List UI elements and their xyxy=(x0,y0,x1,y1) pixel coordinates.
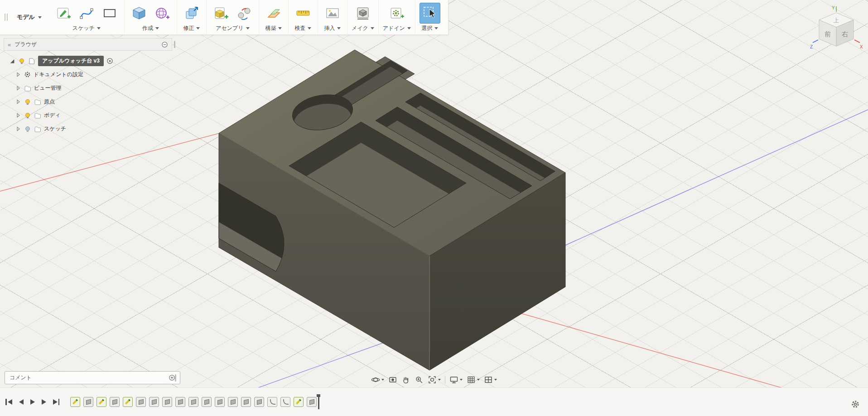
visibility-bulb-off-icon[interactable] xyxy=(24,126,31,133)
construct-menu[interactable]: 構築 xyxy=(265,24,282,33)
browser-title: ブラウザ xyxy=(14,41,158,48)
toolbar-group-inspect: 検査 xyxy=(289,0,318,34)
add-comment-icon[interactable] xyxy=(169,374,175,381)
timeline-feature-fillet[interactable] xyxy=(280,397,290,407)
expander-chevron-icon[interactable] xyxy=(15,72,21,77)
timeline-feature-extrude[interactable] xyxy=(228,397,238,407)
visibility-bulb-on-icon[interactable] xyxy=(24,98,31,106)
folder-icon xyxy=(34,126,41,133)
viewcube[interactable]: 上 前 右 Y X Z xyxy=(809,4,864,65)
browser-row-root[interactable]: アップルウォッチ台 v3 xyxy=(4,55,172,67)
browser-item-label: スケッチ xyxy=(44,125,66,133)
timeline-feature-sketch[interactable] xyxy=(123,397,133,407)
construction-plane-button[interactable] xyxy=(263,3,284,24)
go-to-end-button[interactable] xyxy=(53,399,60,405)
visibility-bulb-on-icon[interactable] xyxy=(18,58,25,65)
orbit-button[interactable] xyxy=(371,375,384,384)
timeline-feature-extrude[interactable] xyxy=(175,397,185,407)
zoom-button[interactable] xyxy=(415,375,424,384)
viewports-button[interactable] xyxy=(484,375,497,384)
make-button[interactable] xyxy=(352,3,373,24)
panel-resize-handle[interactable] xyxy=(174,41,175,48)
timeline-feature-sketch[interactable] xyxy=(96,397,106,407)
workspace-selector[interactable]: モデル xyxy=(10,0,49,34)
assembly-menu[interactable]: アセンブリ xyxy=(216,24,249,33)
rectangle-button[interactable] xyxy=(99,3,120,24)
comment-resize-handle[interactable] xyxy=(175,374,176,382)
form-button[interactable] xyxy=(152,3,173,24)
addins-button[interactable] xyxy=(386,3,407,24)
toolbar-group-sketch: スケッチ xyxy=(49,0,125,34)
expander-chevron-icon[interactable] xyxy=(15,126,21,132)
browser-row-sketches[interactable]: スケッチ xyxy=(4,123,172,135)
go-to-start-button[interactable] xyxy=(5,399,12,405)
viewcube-cube[interactable]: 上 前 右 xyxy=(819,13,854,46)
pan-button[interactable] xyxy=(401,375,410,384)
measure-button[interactable] xyxy=(293,3,313,24)
timeline-feature-extrude[interactable] xyxy=(307,397,317,407)
browser-row-bodies[interactable]: ボディ xyxy=(4,109,172,121)
insert-image-button[interactable] xyxy=(322,3,343,24)
select-menu[interactable]: 選択 xyxy=(421,24,438,33)
browser-header[interactable]: ブラウザ xyxy=(4,38,172,51)
joint-button[interactable] xyxy=(234,3,255,24)
toolbar-grip-icon[interactable] xyxy=(3,0,10,34)
collapse-panel-icon[interactable] xyxy=(8,41,11,48)
model-body[interactable] xyxy=(219,50,565,370)
addins-gear-icon xyxy=(389,5,405,21)
root-document-label[interactable]: アップルウォッチ台 v3 xyxy=(38,56,104,66)
fit-button[interactable] xyxy=(428,375,441,384)
collapse-all-icon[interactable] xyxy=(161,41,168,48)
new-component-button[interactable] xyxy=(211,3,231,24)
active-component-marker-icon xyxy=(9,58,15,64)
press-pull-button[interactable] xyxy=(181,3,202,24)
look-at-button[interactable] xyxy=(388,375,397,384)
step-forward-button[interactable] xyxy=(42,399,46,405)
browser-panel: ブラウザ アップルウォッチ台 v3 xyxy=(4,38,172,135)
timeline-feature-extrude[interactable] xyxy=(110,397,120,407)
timeline-feature-extrude[interactable] xyxy=(241,397,251,407)
insert-menu[interactable]: 挿入 xyxy=(324,24,341,33)
grid-snap-button[interactable] xyxy=(467,375,480,384)
timeline-feature-extrude[interactable] xyxy=(162,397,172,407)
timeline-feature-extrude[interactable] xyxy=(136,397,146,407)
settings-gear-icon[interactable] xyxy=(851,400,860,409)
create-sketch-button[interactable] xyxy=(53,3,74,24)
sketch-menu[interactable]: スケッチ xyxy=(72,24,101,33)
addins-menu[interactable]: アドイン xyxy=(383,24,411,33)
make-menu[interactable]: メイク xyxy=(352,24,374,33)
timeline-feature-sketch[interactable] xyxy=(294,397,304,407)
visibility-bulb-on-icon[interactable] xyxy=(24,112,31,119)
browser-row-view-management[interactable]: ビュー管理 xyxy=(4,82,172,94)
toolbar-group-assembly: アセンブリ xyxy=(207,0,259,34)
activate-component-radio-icon[interactable] xyxy=(106,58,113,64)
timeline-feature-extrude[interactable] xyxy=(254,397,264,407)
timeline-feature-extrude[interactable] xyxy=(188,397,198,407)
browser-row-origin[interactable]: 原点 xyxy=(4,96,172,108)
rectangle-icon xyxy=(101,5,118,21)
spline-button[interactable] xyxy=(76,3,97,24)
expander-chevron-icon[interactable] xyxy=(15,99,21,105)
timeline-feature-extrude[interactable] xyxy=(215,397,225,407)
browser-row-document-settings[interactable]: ドキュメントの設定 xyxy=(4,68,172,81)
new-component-icon xyxy=(213,5,229,21)
timeline-feature-extrude[interactable] xyxy=(149,397,159,407)
viewcube-right-label: 右 xyxy=(842,30,848,38)
toolbar-group-addins: アドイン xyxy=(379,0,415,34)
display-settings-button[interactable] xyxy=(449,375,463,384)
step-back-button[interactable] xyxy=(19,399,24,405)
timeline-feature-extrude[interactable] xyxy=(202,397,212,407)
box-button[interactable] xyxy=(129,3,149,24)
timeline-feature-fillet[interactable] xyxy=(267,397,277,407)
timeline-feature-extrude[interactable] xyxy=(83,397,93,407)
select-button[interactable] xyxy=(420,3,440,24)
modify-menu[interactable]: 修正 xyxy=(183,24,200,33)
inspect-menu[interactable]: 検査 xyxy=(294,24,311,33)
timeline-feature-sketch[interactable] xyxy=(70,397,80,407)
timeline-playhead[interactable] xyxy=(318,395,319,409)
play-button[interactable] xyxy=(30,399,35,405)
create-menu[interactable]: 作成 xyxy=(142,24,159,33)
comment-box[interactable]: コメント xyxy=(5,371,180,384)
expander-chevron-icon[interactable] xyxy=(15,112,21,118)
expander-chevron-icon[interactable] xyxy=(15,85,21,91)
